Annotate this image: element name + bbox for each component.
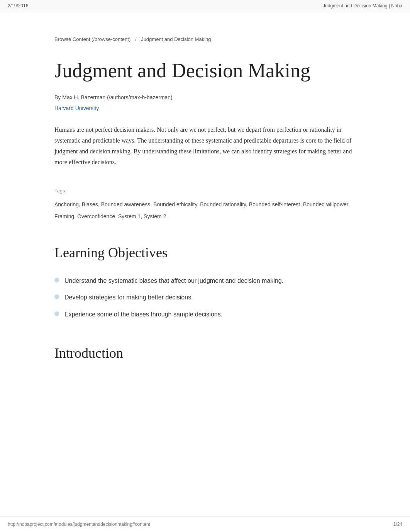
tag-item: Bounded willpower, bbox=[303, 201, 350, 207]
browser-date: 2/19/2016 bbox=[8, 2, 28, 10]
objective-bullet bbox=[54, 311, 59, 316]
tag-item: Bounded rationality, bbox=[200, 201, 249, 207]
author-line: By Max H. Bazerman (/authors/max-h-bazer… bbox=[54, 93, 356, 102]
author-link[interactable]: Max H. Bazerman (/authors/max-h-bazerman… bbox=[62, 94, 173, 100]
objectives-list: Understand the systematic biases that af… bbox=[54, 276, 356, 320]
introduction-section: Introduction bbox=[54, 342, 356, 365]
objective-bullet bbox=[54, 294, 59, 299]
tag-item: Bounded self-interest, bbox=[249, 201, 303, 207]
tags-section: Tags: Anchoring, Biases, Bounded awarene… bbox=[54, 187, 356, 223]
tag-link[interactable]: System 1, bbox=[118, 213, 142, 219]
breadcrumb: Browse Content (/browse-content) / Judgm… bbox=[54, 36, 356, 44]
learning-objectives-heading: Learning Objectives bbox=[54, 242, 356, 264]
tag-link[interactable]: System 2. bbox=[144, 213, 168, 219]
tag-item: Biases, bbox=[82, 201, 101, 207]
objective-item: Experience some of the biases through sa… bbox=[54, 309, 356, 320]
tags-list: Anchoring, Biases, Bounded awareness, Bo… bbox=[54, 199, 356, 223]
breadcrumb-home-link[interactable]: Browse Content (/browse-content) bbox=[54, 36, 130, 42]
tag-link[interactable]: Bounded awareness, bbox=[101, 201, 152, 207]
browser-bar: 2/19/2016 Judgment and Decision Making |… bbox=[0, 0, 410, 12]
objective-text: Develop strategies for making better dec… bbox=[64, 292, 193, 303]
tag-link[interactable]: Framing, bbox=[54, 213, 76, 219]
tag-link[interactable]: Bounded ethicality, bbox=[153, 201, 198, 207]
tags-label: Tags: bbox=[54, 187, 356, 195]
objective-text: Understand the systematic biases that af… bbox=[64, 276, 283, 286]
objective-item: Develop strategies for making better dec… bbox=[54, 292, 356, 303]
introduction-heading: Introduction bbox=[54, 342, 356, 365]
tag-link[interactable]: Anchoring, bbox=[54, 201, 80, 207]
author-prefix: By bbox=[54, 94, 62, 100]
page-container: Browse Content (/browse-content) / Judgm… bbox=[39, 12, 371, 403]
tag-link[interactable]: Overconfidence, bbox=[77, 213, 117, 219]
tag-item: Framing, bbox=[54, 213, 77, 219]
page-title: Judgment and Decision Making bbox=[54, 59, 356, 82]
browser-page-title: Judgment and Decision Making | Noba bbox=[323, 2, 402, 10]
breadcrumb-separator: / bbox=[135, 36, 137, 42]
tag-link[interactable]: Bounded willpower, bbox=[303, 201, 350, 207]
tag-item: Bounded ethicality, bbox=[153, 201, 200, 207]
tag-link[interactable]: Bounded self-interest, bbox=[249, 201, 302, 207]
tag-item: System 1, bbox=[118, 213, 144, 219]
institution: Harvard University bbox=[54, 104, 356, 112]
objective-bullet bbox=[54, 278, 59, 282]
breadcrumb-current: Judgment and Decision Making bbox=[141, 36, 211, 42]
tag-link[interactable]: Bounded rationality, bbox=[200, 201, 247, 207]
objective-item: Understand the systematic biases that af… bbox=[54, 276, 356, 286]
objective-text: Experience some of the biases through sa… bbox=[64, 309, 222, 320]
tag-link[interactable]: Biases, bbox=[82, 201, 100, 207]
tag-item: System 2. bbox=[144, 213, 168, 219]
learning-objectives-section: Learning Objectives Understand the syste… bbox=[54, 242, 356, 319]
tag-item: Anchoring, bbox=[54, 201, 82, 207]
abstract-text: Humans are not perfect decision makers. … bbox=[54, 124, 356, 168]
tag-item: Overconfidence, bbox=[77, 213, 118, 219]
tag-item: Bounded awareness, bbox=[101, 201, 153, 207]
